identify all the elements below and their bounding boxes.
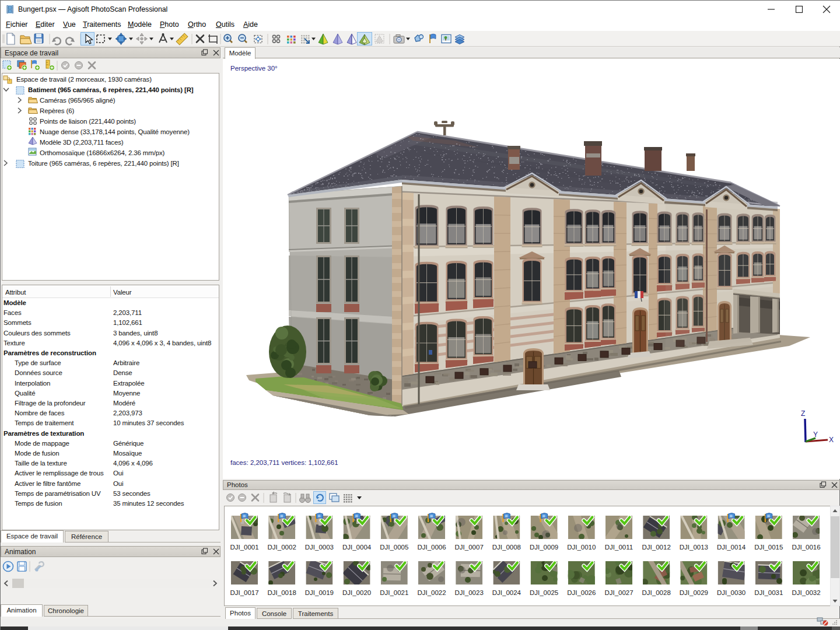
svg-text:X: X <box>829 436 834 444</box>
svg-text:Z: Z <box>801 410 805 418</box>
svg-text:Y: Y <box>813 430 818 439</box>
